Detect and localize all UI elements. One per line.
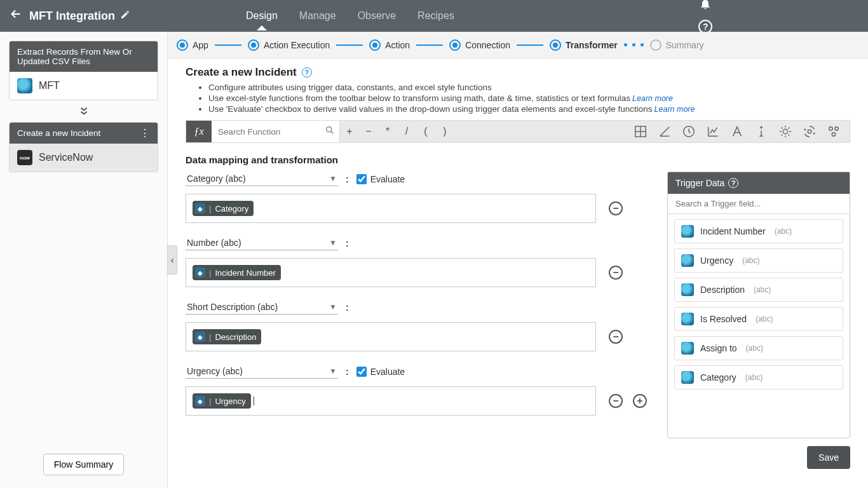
time-category-icon[interactable] xyxy=(682,125,696,139)
config-panel: ‹ App Action Execution Action Connection… xyxy=(168,32,868,488)
info-category-icon[interactable] xyxy=(754,125,768,139)
trigger-field-item[interactable]: Is Resolved(abc) xyxy=(674,307,843,331)
mapping-expression-input[interactable]: ◆|Incident Number xyxy=(186,258,596,287)
servicenow-app-icon: now xyxy=(17,150,32,165)
flow-connector-icon xyxy=(9,105,158,117)
wizard-connector-line xyxy=(336,44,363,46)
tab-design[interactable]: Design xyxy=(245,3,279,29)
remove-mapping-button[interactable]: − xyxy=(609,330,623,344)
add-mapping-button[interactable]: + xyxy=(633,394,647,408)
chip-label: Incident Number xyxy=(215,268,275,278)
trigger-field-item[interactable]: Incident Number(abc) xyxy=(674,219,843,243)
page-heading: Create a new Incident xyxy=(186,66,297,79)
tab-observe[interactable]: Observe xyxy=(356,3,397,29)
trigger-field-name: Category xyxy=(700,372,736,383)
trigger-source-icon xyxy=(681,342,694,355)
target-attribute-dropdown[interactable]: Number (abc)▼ xyxy=(186,236,338,250)
trigger-source-icon xyxy=(681,254,694,267)
trigger-field-type: (abc) xyxy=(745,373,763,382)
wizard-steps: App Action Execution Action Connection T… xyxy=(168,32,868,58)
op-rparen[interactable]: ) xyxy=(435,126,454,137)
flow-summary-button[interactable]: Flow Summary xyxy=(43,454,124,475)
flow-sidebar: Extract Records From New Or Updated CSV … xyxy=(0,32,168,488)
evaluate-toggle[interactable]: Evaluate xyxy=(356,174,405,184)
radio-filled-icon xyxy=(369,39,381,51)
op-multiply[interactable]: * xyxy=(378,126,397,137)
learn-more-link[interactable]: Learn more xyxy=(654,105,695,114)
bullet-text: Use 'Evaluate' checkbox to derive valid … xyxy=(208,104,653,114)
svg-point-6 xyxy=(829,127,833,131)
mapping-expression-input[interactable]: ◆|Urgency xyxy=(186,386,596,416)
trigger-data-panel: Trigger Data ? Incident Number(abc)Urgen… xyxy=(667,172,850,438)
target-attribute-label: Urgency (abc) xyxy=(187,366,243,376)
source-card[interactable]: Extract Records From New Or Updated CSV … xyxy=(9,41,158,100)
trigger-source-icon xyxy=(681,283,694,296)
settings-category-icon[interactable] xyxy=(827,125,841,139)
trigger-field-item[interactable]: Description(abc) xyxy=(674,278,843,302)
target-attribute-dropdown[interactable]: Short Description (abc)▼ xyxy=(186,300,338,315)
wizard-step-connection[interactable]: Connection xyxy=(449,39,510,51)
mapped-field-chip[interactable]: ◆|Category xyxy=(193,201,254,216)
chip-source-icon: ◆ xyxy=(195,203,205,214)
logic-category-icon[interactable] xyxy=(778,125,792,139)
target-card[interactable]: Create a new Incident ⋮ now ServiceNow xyxy=(9,122,158,172)
back-arrow-icon[interactable] xyxy=(9,7,23,25)
mapped-field-chip[interactable]: ◆|Urgency xyxy=(193,393,251,409)
trigger-field-item[interactable]: Assign to(abc) xyxy=(674,336,843,360)
trigger-field-item[interactable]: Urgency(abc) xyxy=(674,248,843,273)
target-attribute-dropdown[interactable]: Urgency (abc)▼ xyxy=(186,364,338,379)
wizard-step-action-exec[interactable]: Action Execution xyxy=(248,39,330,51)
target-attribute-dropdown[interactable]: Category (abc)▼ xyxy=(186,172,338,186)
evaluate-checkbox[interactable] xyxy=(356,367,367,377)
op-divide[interactable]: / xyxy=(397,126,416,137)
math-category-icon[interactable] xyxy=(634,125,648,139)
wizard-step-app[interactable]: App xyxy=(177,39,208,51)
mapping-expression-input[interactable]: ◆|Description xyxy=(186,322,596,351)
notifications-icon[interactable] xyxy=(698,0,712,11)
search-icon[interactable] xyxy=(325,125,335,138)
chip-label: Description xyxy=(215,332,256,342)
target-card-header: Create a new Incident ⋮ xyxy=(10,123,158,144)
op-plus[interactable]: + xyxy=(340,126,359,137)
wizard-step-summary[interactable]: Summary xyxy=(650,39,704,51)
learn-more-link[interactable]: Learn more xyxy=(632,94,673,103)
target-card-menu-icon[interactable]: ⋮ xyxy=(140,130,150,137)
svg-point-8 xyxy=(832,133,836,137)
op-minus[interactable]: − xyxy=(359,126,378,137)
edit-title-icon[interactable] xyxy=(120,10,130,22)
remove-mapping-button[interactable]: − xyxy=(609,201,623,215)
save-button[interactable]: Save xyxy=(807,446,850,469)
text-cursor xyxy=(254,396,254,405)
remove-mapping-button[interactable]: − xyxy=(609,266,623,280)
mapping-subheading: Data mapping and transformation xyxy=(186,154,850,165)
op-lparen[interactable]: ( xyxy=(416,126,435,137)
mapped-field-chip[interactable]: ◆|Incident Number xyxy=(193,265,281,280)
evaluate-toggle[interactable]: Evaluate xyxy=(356,367,405,377)
geometry-category-icon[interactable] xyxy=(658,125,672,139)
trigger-data-header: Trigger Data ? xyxy=(668,172,850,194)
wizard-step-transformer[interactable]: Transformer xyxy=(550,39,618,51)
remove-mapping-button[interactable]: − xyxy=(609,394,623,408)
mapping-expression-input[interactable]: ◆|Category xyxy=(186,194,596,223)
trigger-field-type: (abc) xyxy=(756,315,773,323)
function-search-input[interactable] xyxy=(212,121,339,142)
transformer-content: Create a new Incident ? Configure attrib… xyxy=(168,58,868,488)
evaluate-checkbox[interactable] xyxy=(356,174,367,184)
transform-category-icon[interactable] xyxy=(803,125,817,139)
trigger-search-input[interactable] xyxy=(668,194,850,214)
trigger-field-item[interactable]: Category(abc) xyxy=(674,365,843,390)
mapped-field-chip[interactable]: ◆|Description xyxy=(193,329,261,344)
trigger-data-help-icon[interactable]: ? xyxy=(728,178,738,188)
trigger-field-type: (abc) xyxy=(754,285,771,294)
svg-point-0 xyxy=(327,127,332,132)
tab-recipes[interactable]: Recipes xyxy=(416,3,456,29)
heading-help-icon[interactable]: ? xyxy=(302,67,312,78)
collapse-sidebar-handle[interactable]: ‹ xyxy=(167,245,177,274)
help-bullets: Configure attributes using trigger data,… xyxy=(208,83,850,114)
text-category-icon[interactable] xyxy=(730,125,744,139)
mapping-block: Category (abc)▼:Evaluate◆|Category− xyxy=(186,172,653,223)
stats-category-icon[interactable] xyxy=(706,125,720,139)
wizard-step-action[interactable]: Action xyxy=(369,39,410,51)
tab-manage[interactable]: Manage xyxy=(298,3,337,29)
source-card-title: Extract Records From New Or Updated CSV … xyxy=(17,47,150,66)
